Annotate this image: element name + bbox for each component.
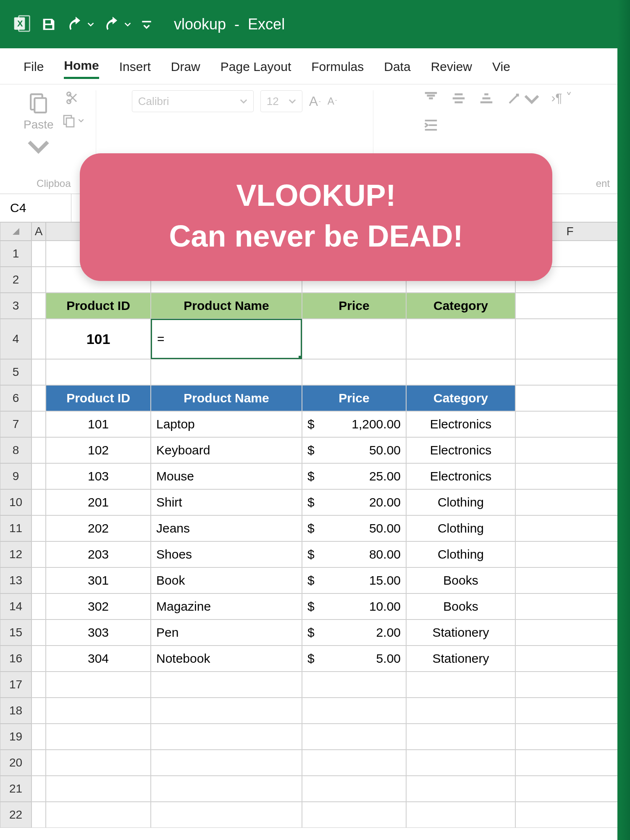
table-cell-category[interactable]: Stationery <box>406 646 515 672</box>
table-cell-name[interactable]: Pen <box>151 620 302 646</box>
table-cell-price[interactable]: $20.00 <box>302 489 406 515</box>
tab-formulas[interactable]: Formulas <box>311 60 364 78</box>
table-cell-id[interactable]: 303 <box>46 620 151 646</box>
row-header[interactable]: 21 <box>0 776 32 802</box>
cell[interactable] <box>406 750 515 776</box>
cell[interactable] <box>151 359 302 385</box>
table-cell-price[interactable]: $25.00 <box>302 463 406 489</box>
table-cell-id[interactable]: 201 <box>46 489 151 515</box>
save-button[interactable] <box>40 16 57 33</box>
table-cell-id[interactable]: 301 <box>46 567 151 593</box>
cell[interactable] <box>515 293 625 319</box>
row-header[interactable]: 7 <box>0 411 32 437</box>
table-cell-category[interactable]: Clothing <box>406 515 515 541</box>
active-editing-cell[interactable]: = <box>151 319 302 359</box>
cell[interactable] <box>151 672 302 698</box>
cell[interactable] <box>515 724 625 750</box>
row-header[interactable]: 1 <box>0 241 32 267</box>
cell[interactable]: Category <box>406 293 515 319</box>
table-cell-name[interactable]: Magazine <box>151 593 302 620</box>
increase-font-icon[interactable]: Aˆ <box>309 94 321 109</box>
cell[interactable] <box>46 724 151 750</box>
table-cell-name[interactable]: Notebook <box>151 646 302 672</box>
table-cell-category[interactable]: Clothing <box>406 489 515 515</box>
cell[interactable] <box>32 241 46 267</box>
table-cell-id[interactable]: 202 <box>46 515 151 541</box>
row-header[interactable]: 12 <box>0 541 32 567</box>
table-cell-price[interactable]: $80.00 <box>302 541 406 567</box>
table-cell-name[interactable]: Book <box>151 567 302 593</box>
cell[interactable] <box>406 776 515 802</box>
cell[interactable] <box>32 541 46 567</box>
cell[interactable] <box>32 437 46 463</box>
table-cell-price[interactable]: $10.00 <box>302 593 406 620</box>
font-size-combobox[interactable]: 12 <box>260 90 302 112</box>
cell[interactable] <box>515 750 625 776</box>
align-middle-icon[interactable] <box>451 90 467 108</box>
cell[interactable] <box>515 541 625 567</box>
cell[interactable] <box>302 319 406 359</box>
cell[interactable] <box>406 724 515 750</box>
row-header[interactable]: 17 <box>0 672 32 698</box>
font-name-combobox[interactable]: Calibri <box>132 90 254 112</box>
table-cell-name[interactable]: Laptop <box>151 411 302 437</box>
row-header[interactable]: 6 <box>0 385 32 411</box>
cell[interactable]: Product Name <box>151 293 302 319</box>
cell[interactable] <box>515 646 625 672</box>
cell[interactable] <box>515 411 625 437</box>
cell[interactable] <box>32 593 46 620</box>
cell[interactable] <box>46 698 151 724</box>
cell[interactable] <box>32 293 46 319</box>
row-header[interactable]: 13 <box>0 567 32 593</box>
table-cell-id[interactable]: 103 <box>46 463 151 489</box>
decrease-font-icon[interactable]: Aˇ <box>328 95 337 107</box>
cell[interactable] <box>151 750 302 776</box>
cell[interactable] <box>406 319 515 359</box>
table-cell-name[interactable]: Shirt <box>151 489 302 515</box>
cell[interactable] <box>151 776 302 802</box>
cell[interactable] <box>151 724 302 750</box>
row-header[interactable]: 8 <box>0 437 32 463</box>
cell[interactable] <box>406 698 515 724</box>
cell[interactable] <box>515 802 625 828</box>
cell[interactable] <box>302 802 406 828</box>
cell[interactable] <box>32 724 46 750</box>
table-cell-name[interactable]: Mouse <box>151 463 302 489</box>
cell[interactable] <box>32 515 46 541</box>
cell[interactable]: Price <box>302 385 406 411</box>
undo-button[interactable] <box>66 15 94 34</box>
cell[interactable] <box>46 750 151 776</box>
table-cell-category[interactable]: Clothing <box>406 541 515 567</box>
row-header[interactable]: 14 <box>0 593 32 620</box>
table-cell-price[interactable]: $15.00 <box>302 567 406 593</box>
cell[interactable]: Product ID <box>46 385 151 411</box>
cell[interactable] <box>302 776 406 802</box>
table-cell-id[interactable]: 304 <box>46 646 151 672</box>
paragraph-mark-icon[interactable]: ›¶ ˅ <box>551 90 572 108</box>
copy-icon[interactable] <box>61 113 84 128</box>
table-cell-price[interactable]: $50.00 <box>302 437 406 463</box>
cell[interactable] <box>515 319 625 359</box>
row-header[interactable]: 18 <box>0 698 32 724</box>
tab-data[interactable]: Data <box>384 60 410 78</box>
cell[interactable] <box>32 802 46 828</box>
cell[interactable]: Price <box>302 293 406 319</box>
row-header[interactable]: 19 <box>0 724 32 750</box>
redo-button[interactable] <box>103 15 131 34</box>
cell[interactable] <box>406 672 515 698</box>
orientation-icon[interactable] <box>506 90 540 108</box>
table-cell-id[interactable]: 102 <box>46 437 151 463</box>
cell[interactable] <box>32 385 46 411</box>
table-cell-price[interactable]: $5.00 <box>302 646 406 672</box>
cell[interactable] <box>32 319 46 359</box>
table-cell-category[interactable]: Books <box>406 567 515 593</box>
table-cell-category[interactable]: Stationery <box>406 620 515 646</box>
cell[interactable] <box>46 359 151 385</box>
row-header[interactable]: 16 <box>0 646 32 672</box>
cell[interactable] <box>515 463 625 489</box>
row-header[interactable]: 4 <box>0 319 32 359</box>
align-bottom-icon[interactable] <box>478 90 494 108</box>
cell[interactable] <box>302 698 406 724</box>
row-header[interactable]: 2 <box>0 267 32 293</box>
align-top-icon[interactable] <box>423 90 439 108</box>
